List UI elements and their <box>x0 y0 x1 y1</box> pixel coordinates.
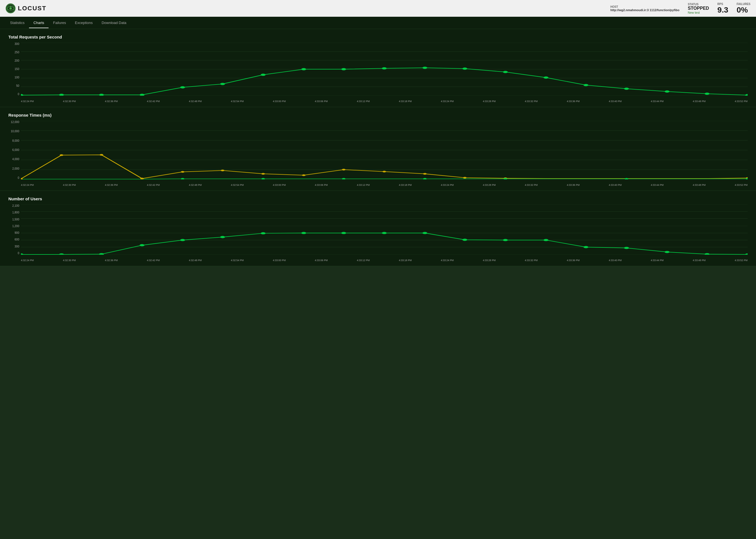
svg-point-72 <box>220 236 225 238</box>
svg-point-3 <box>10 7 12 10</box>
logo-icon <box>6 3 16 13</box>
logo-text: LOCUST <box>18 5 46 12</box>
header-right: HOST http://wg2.nmahmoudi.ir:3 1112/func… <box>610 3 750 15</box>
svg-point-23 <box>463 67 467 70</box>
response-times-chart-title: Response Times (ms) <box>8 113 748 117</box>
svg-point-84 <box>705 253 710 255</box>
rps-chart-section: Total Requests per Second 300 250 200 15… <box>0 29 756 107</box>
host-label: HOST <box>610 5 680 8</box>
nav-exceptions[interactable]: Exceptions <box>71 17 97 28</box>
svg-point-57 <box>625 178 628 179</box>
svg-point-78 <box>463 239 467 241</box>
rps-x-axis: 4:32:24 PM 4:32:30 PM 4:32:36 PM 4:32:42… <box>21 99 748 104</box>
svg-point-17 <box>220 83 225 85</box>
svg-point-43 <box>221 170 224 171</box>
svg-point-24 <box>503 71 508 73</box>
rps-svg-area <box>21 43 748 96</box>
svg-point-16 <box>180 86 185 88</box>
svg-point-75 <box>341 232 346 234</box>
svg-point-44 <box>262 173 265 175</box>
svg-point-28 <box>665 90 669 93</box>
failures-label: FAILURES <box>737 3 750 6</box>
svg-point-21 <box>382 67 387 69</box>
rps-chart-title: Total Requests per Second <box>8 35 748 39</box>
svg-point-30 <box>745 94 748 96</box>
users-svg <box>21 204 748 255</box>
svg-point-4 <box>10 6 11 7</box>
nav-download-data[interactable]: Download Data <box>97 17 131 28</box>
users-chart-title: Number of Users <box>8 196 748 201</box>
svg-point-40 <box>100 154 103 156</box>
svg-point-42 <box>181 171 185 173</box>
svg-point-39 <box>60 154 63 156</box>
rt-svg <box>21 121 748 179</box>
svg-point-70 <box>139 244 144 246</box>
svg-point-26 <box>584 84 588 86</box>
nav: Statistics Charts Failures Exceptions Do… <box>0 17 756 29</box>
svg-point-14 <box>99 94 104 96</box>
users-x-axis: 4:32:24 PM 4:32:30 PM 4:32:36 PM 4:32:42… <box>21 258 748 263</box>
svg-point-82 <box>624 247 629 249</box>
svg-point-45 <box>302 174 305 176</box>
rps-value: 9.3 <box>718 6 728 15</box>
svg-point-13 <box>59 94 64 96</box>
status-stat: STATUS STOPPED New test <box>688 3 709 14</box>
svg-point-73 <box>261 232 265 234</box>
failures-value: 0% <box>737 6 750 15</box>
status-label: STATUS <box>688 3 709 6</box>
svg-point-12 <box>21 94 24 96</box>
svg-point-83 <box>665 251 669 253</box>
svg-point-79 <box>503 239 508 241</box>
rt-svg-area <box>21 121 748 179</box>
logo-area: LOCUST <box>6 3 46 13</box>
rps-svg <box>21 43 748 96</box>
svg-point-15 <box>139 94 144 96</box>
users-chart-container: 2,100 1,800 1,500 1,200 900 600 300 0 <box>8 204 748 263</box>
rt-x-axis: 4:32:24 PM 4:32:30 PM 4:32:36 PM 4:32:42… <box>21 182 748 188</box>
nav-failures[interactable]: Failures <box>48 17 70 28</box>
users-chart-section: Number of Users 2,100 1,800 1,500 1,200 … <box>0 191 756 266</box>
svg-point-81 <box>584 246 588 248</box>
svg-point-71 <box>180 239 185 241</box>
rps-label: RPS <box>718 3 728 6</box>
svg-point-18 <box>261 74 265 76</box>
svg-point-20 <box>341 68 346 70</box>
svg-point-77 <box>422 232 427 234</box>
svg-point-27 <box>624 88 629 90</box>
rps-y-axis: 300 250 200 150 100 50 0 <box>8 43 21 96</box>
svg-point-76 <box>382 232 387 234</box>
svg-point-54 <box>342 178 345 179</box>
svg-point-53 <box>262 178 265 179</box>
svg-point-52 <box>181 178 185 179</box>
svg-point-80 <box>543 239 548 241</box>
svg-point-48 <box>423 173 426 175</box>
host-value: http://wg2.nmahmoudi.ir:3 1112/function/… <box>610 8 680 12</box>
new-test-link[interactable]: New test <box>688 11 709 14</box>
users-y-axis: 2,100 1,800 1,500 1,200 900 600 300 0 <box>8 204 21 255</box>
users-svg-area <box>21 204 748 255</box>
rps-stat: RPS 9.3 <box>718 3 728 15</box>
header: LOCUST HOST http://wg2.nmahmoudi.ir:3 11… <box>0 0 756 17</box>
main-content: Total Requests per Second 300 250 200 15… <box>0 29 756 266</box>
svg-point-41 <box>140 178 144 179</box>
status-value: STOPPED <box>688 6 709 11</box>
rps-chart-container: 300 250 200 150 100 50 0 <box>8 43 748 104</box>
svg-point-49 <box>463 177 467 179</box>
nav-charts[interactable]: Charts <box>29 17 48 28</box>
nav-statistics[interactable]: Statistics <box>6 17 29 28</box>
svg-point-22 <box>422 67 427 69</box>
svg-point-69 <box>99 253 104 255</box>
svg-point-68 <box>59 253 64 255</box>
svg-point-46 <box>342 169 345 171</box>
svg-point-29 <box>705 93 710 95</box>
rt-y-axis: 12,000 10,000 8,000 6,000 4,000 2,000 0 <box>8 121 21 179</box>
failures-stat: FAILURES 0% <box>737 3 750 15</box>
svg-point-55 <box>423 178 426 179</box>
response-times-chart-container: 12,000 10,000 8,000 6,000 4,000 2,000 0 <box>8 121 748 188</box>
svg-point-67 <box>21 253 24 255</box>
response-times-chart-section: Response Times (ms) 12,000 10,000 8,000 … <box>0 107 756 191</box>
svg-point-74 <box>301 232 306 234</box>
svg-point-85 <box>745 253 748 255</box>
svg-point-19 <box>301 68 306 70</box>
svg-point-47 <box>382 171 386 172</box>
